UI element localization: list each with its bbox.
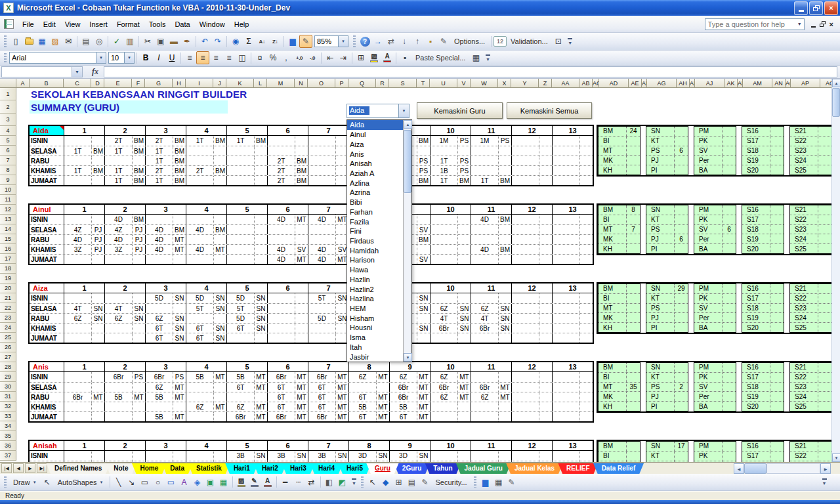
underline-icon[interactable]: U <box>165 51 178 64</box>
currency-icon[interactable]: ¤ <box>253 51 266 64</box>
class-cell[interactable] <box>186 215 213 224</box>
subject-count-cell[interactable] <box>722 136 736 146</box>
subject-cell[interactable]: SN <box>254 304 267 313</box>
subject-count-cell[interactable] <box>818 452 831 461</box>
class-cell[interactable] <box>227 215 254 224</box>
period-cell[interactable] <box>552 255 593 264</box>
column-header-AJ[interactable]: AJ <box>695 79 724 88</box>
subject-cell[interactable] <box>213 383 226 392</box>
subject-count-cell[interactable] <box>770 165 784 175</box>
shield-icon[interactable]: ◆ <box>379 476 392 489</box>
subject-cell[interactable]: BM <box>213 225 226 234</box>
class-cell[interactable]: 6Z <box>186 402 213 411</box>
subject-cell[interactable] <box>457 293 471 303</box>
period-cell[interactable]: 6BrMT <box>430 383 471 392</box>
subject-cell[interactable] <box>498 461 511 462</box>
subject-count-cell[interactable] <box>818 363 831 372</box>
period-header-cell[interactable]: 7 <box>308 126 348 135</box>
period-cell[interactable]: 6ZMT <box>186 402 226 411</box>
subject-count-cell[interactable] <box>722 383 736 392</box>
period-cell[interactable] <box>64 383 104 392</box>
subject-cell[interactable]: MT <box>335 402 348 411</box>
subject-cell[interactable]: PJ <box>132 245 145 254</box>
subject-cell[interactable]: SN <box>254 324 267 333</box>
period-header-cell[interactable]: 4 <box>186 362 226 371</box>
help-icon[interactable]: ? <box>358 35 371 48</box>
subject-count-cell[interactable]: 6 <box>674 146 688 156</box>
subject-cell[interactable] <box>498 166 511 175</box>
subject-cell[interactable]: MT <box>295 412 308 421</box>
subject-cell[interactable]: SN <box>417 451 430 461</box>
period-cell[interactable]: 5BMT <box>104 392 145 402</box>
subject-label-cell[interactable]: BI <box>598 136 626 146</box>
subject-cell[interactable] <box>91 383 104 392</box>
day-cell[interactable]: SELASA <box>30 304 64 313</box>
subject-cell[interactable] <box>254 176 267 185</box>
class-cell[interactable]: 4D <box>268 245 295 254</box>
subject-count-cell[interactable] <box>722 284 736 293</box>
class-cell[interactable] <box>553 176 579 185</box>
subject-count-cell[interactable] <box>818 383 831 392</box>
class-cell[interactable]: 2T <box>268 166 295 175</box>
subject-cell[interactable] <box>254 146 267 156</box>
class-cell[interactable] <box>553 146 579 156</box>
period-cell[interactable]: 5DSN <box>226 293 267 303</box>
period-cell[interactable]: 3ZPJ <box>104 245 145 254</box>
subject-cell[interactable]: MT <box>295 392 308 402</box>
copy-icon[interactable]: ▣ <box>154 35 167 48</box>
period-cell[interactable]: 2TBM <box>267 176 308 185</box>
subject-label-cell[interactable]: Per <box>694 156 722 165</box>
class-cell[interactable] <box>430 146 457 156</box>
subject-count-cell[interactable]: 7 <box>626 225 640 234</box>
subject-count-cell[interactable] <box>770 234 784 243</box>
subject-label-cell[interactable]: Per <box>694 313 722 322</box>
class-cell[interactable] <box>146 451 173 461</box>
subject-cell[interactable] <box>254 166 267 175</box>
subject-count-cell[interactable]: 24 <box>626 127 640 136</box>
column-header-V[interactable]: V <box>457 79 471 88</box>
period-cell[interactable] <box>64 324 104 333</box>
subject-cell[interactable]: MT <box>335 412 348 421</box>
subject-label-cell[interactable]: PI <box>646 402 674 411</box>
subject-cell[interactable]: BM <box>457 176 471 185</box>
subject-cell[interactable]: MT <box>213 245 226 254</box>
subject-label-cell[interactable]: PJ <box>646 313 674 322</box>
class-cell[interactable] <box>64 156 91 165</box>
period-cell[interactable] <box>64 136 104 146</box>
class-cell[interactable]: 6Br <box>227 412 254 421</box>
period-cell[interactable]: 6TMT <box>267 392 308 402</box>
period-cell[interactable] <box>471 255 511 264</box>
subject-label-cell[interactable]: S16 <box>742 284 770 293</box>
subject-cell[interactable]: SN <box>254 451 267 461</box>
class-cell[interactable] <box>64 402 91 411</box>
period-cell[interactable] <box>186 235 226 244</box>
period-cell[interactable]: 1TBM <box>104 166 145 175</box>
class-cell[interactable] <box>64 215 91 224</box>
class-cell[interactable]: 4D <box>268 255 295 264</box>
period-cell[interactable]: 1TBM <box>104 176 145 185</box>
subject-cell[interactable]: SN <box>213 304 226 313</box>
subject-cell[interactable] <box>295 225 308 234</box>
subject-cell[interactable] <box>579 412 593 421</box>
period-cell[interactable] <box>389 461 430 462</box>
subject-count-cell[interactable] <box>626 165 640 175</box>
subject-label-cell[interactable]: S17 <box>742 136 770 146</box>
class-cell[interactable]: 6T <box>227 383 254 392</box>
class-cell[interactable]: 5B <box>146 392 173 402</box>
period-cell[interactable] <box>104 333 145 343</box>
subject-cell[interactable] <box>498 156 511 165</box>
subject-cell[interactable]: SN <box>254 314 267 323</box>
subject-label-cell[interactable]: MK <box>598 313 626 322</box>
subject-count-cell[interactable] <box>674 127 688 136</box>
subject-cell[interactable]: BM <box>173 156 186 165</box>
menu-item-data[interactable]: Data <box>170 18 194 31</box>
subject-cell[interactable]: SN <box>173 293 186 303</box>
period-cell[interactable] <box>308 461 348 462</box>
period-cell[interactable] <box>267 136 308 146</box>
subject-label-cell[interactable]: SN <box>646 442 674 451</box>
subject-label-cell[interactable]: S17 <box>742 452 770 461</box>
subject-label-cell[interactable]: PS <box>646 461 674 462</box>
subject-cell[interactable] <box>498 402 511 411</box>
class-cell[interactable]: 6T <box>390 412 417 421</box>
subject-cell[interactable]: MT <box>376 372 389 382</box>
